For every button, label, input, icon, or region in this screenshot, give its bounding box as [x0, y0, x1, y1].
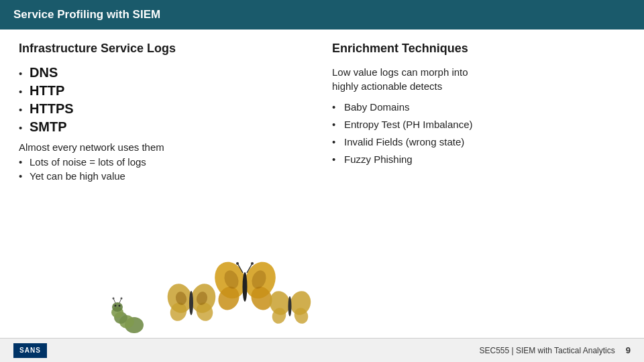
bullet-dot: • [19, 68, 25, 79]
list-item: • HTTP [19, 83, 312, 99]
sans-logo-text: SANS [19, 347, 41, 354]
list-item: • SMTP [19, 119, 312, 135]
list-item: • HTTPS [19, 101, 312, 117]
header-bar: Service Profiling with SIEM [0, 0, 644, 29]
footer-right: SEC555 | SIEM with Tactical Analytics 9 [479, 345, 631, 355]
bullet-text: Fuzzy Phishing [344, 152, 413, 166]
bullet-text: Yet can be high value [30, 170, 125, 182]
plain-text: Almost every network uses them [19, 141, 312, 153]
list-item: • Lots of noise = lots of logs [19, 156, 312, 168]
butterfly-3-decoration [268, 286, 312, 325]
content-area: Infrastructure Service Logs • DNS • HTTP… [0, 29, 644, 195]
bullet-text: HTTPS [30, 101, 74, 117]
svg-point-33 [288, 296, 292, 316]
svg-point-10 [121, 298, 123, 300]
left-small-bullets: • Lots of noise = lots of logs • Yet can… [19, 156, 312, 182]
bullet-dot: • [332, 152, 339, 166]
page-number: 9 [626, 345, 631, 355]
list-item: • Entropy Test (PH Imbalance) [332, 117, 625, 131]
butterfly-1-decoration [166, 280, 217, 323]
svg-point-26 [251, 262, 254, 265]
footer-bar: SANS SEC555 | SIEM with Tactical Analyti… [0, 338, 644, 362]
right-heading: Enrichment Techniques [332, 42, 625, 56]
bullet-dot: • [19, 104, 25, 115]
svg-point-4 [112, 302, 123, 312]
bullet-text: DNS [30, 65, 58, 80]
bullet-text: Invalid Fields (wrong state) [344, 135, 464, 149]
svg-point-6 [119, 305, 121, 307]
header-title: Service Profiling with SIEM [13, 8, 160, 21]
butterfly-2-decoration [213, 257, 277, 314]
bullet-dot: • [19, 170, 25, 182]
list-item: • Yet can be high value [19, 170, 312, 182]
bullet-dot: • [19, 86, 25, 97]
sans-logo: SANS [13, 343, 47, 358]
list-item: • Invalid Fields (wrong state) [332, 135, 625, 149]
right-column: Enrichment Techniques Low value logs can… [332, 42, 625, 188]
svg-point-15 [189, 291, 193, 315]
bullet-text: Entropy Test (PH Imbalance) [344, 117, 472, 131]
list-item: • Fuzzy Phishing [332, 152, 625, 166]
intro-line2: highly actionable detects [332, 80, 442, 92]
enrichment-intro: Low value logs can morph into highly act… [332, 65, 625, 93]
bullet-dot: • [332, 100, 339, 114]
list-item: • Baby Domains [332, 100, 625, 114]
intro-line1: Low value logs can morph into [332, 66, 468, 78]
left-heading: Infrastructure Service Logs [19, 42, 312, 56]
svg-point-5 [115, 305, 117, 307]
bullet-text: Lots of noise = lots of logs [30, 156, 146, 168]
list-item: • DNS [19, 65, 312, 80]
bullet-dot: • [332, 135, 339, 149]
svg-point-22 [243, 272, 248, 302]
right-bullets: • Baby Domains • Entropy Test (PH Imbala… [332, 100, 625, 166]
footer-course-text: SEC555 | SIEM with Tactical Analytics [479, 346, 614, 355]
svg-point-9 [113, 298, 115, 300]
bullet-dot: • [332, 117, 339, 131]
footer-logo: SANS [13, 343, 47, 358]
bullet-text: Baby Domains [344, 100, 410, 114]
bullet-dot: • [19, 122, 25, 133]
slide-container: Service Profiling with SIEM Infrastructu… [0, 0, 644, 362]
left-column: Infrastructure Service Logs • DNS • HTTP… [19, 42, 312, 188]
left-large-bullets: • DNS • HTTP • HTTPS • SMTP [19, 65, 312, 135]
svg-point-25 [236, 262, 239, 265]
bullet-dot: • [19, 156, 25, 168]
bullet-text: HTTP [30, 83, 64, 99]
caterpillar-decoration [111, 295, 158, 335]
bullet-text: SMTP [30, 119, 67, 135]
